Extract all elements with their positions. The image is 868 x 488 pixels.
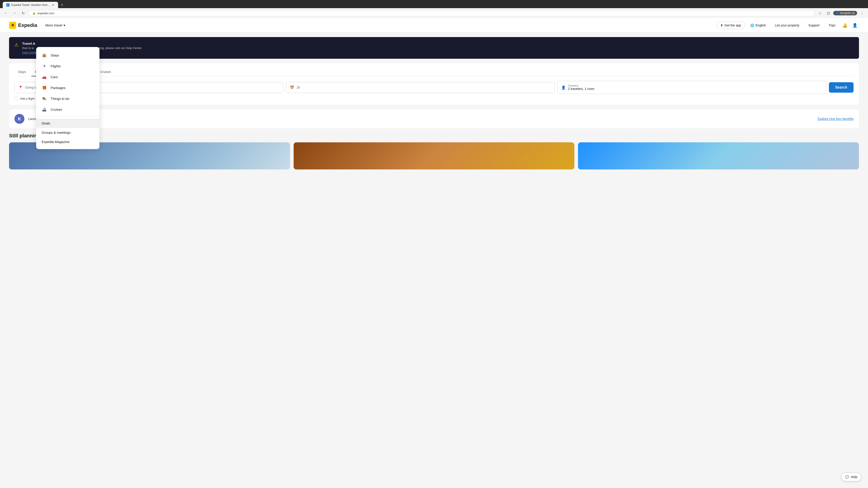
page-content: ⚠ Travel A Due to w If you need assistan… <box>0 33 868 174</box>
menu-item-cruises[interactable]: 🚢 Cruises <box>36 104 99 115</box>
alert-title: Travel A <box>22 41 854 45</box>
new-tab-button[interactable]: + <box>59 2 65 8</box>
menu-item-packages[interactable]: 🎁 Packages <box>36 82 99 93</box>
tab-close-button[interactable]: ✕ <box>52 3 55 7</box>
more-travel-button[interactable]: More travel ▾ <box>42 22 68 29</box>
tab-title: Expedia Travel: Vacation Hom... <box>11 3 50 6</box>
menu-button[interactable]: ⋮ <box>859 10 865 16</box>
travelers-label: Travelers <box>568 84 822 87</box>
address-bar[interactable]: 🔒 expedia.com <box>29 10 815 16</box>
help-label: Help <box>851 475 857 479</box>
alert-text: Due to w If you need assistance with you… <box>22 46 854 50</box>
menu-divider <box>36 117 99 117</box>
cars-label: Cars <box>51 75 58 79</box>
chevron-down-icon: ▾ <box>64 23 65 27</box>
logo-text: Expedia <box>18 22 37 28</box>
plane-icon: ✈ <box>41 63 47 69</box>
date-field[interactable]: 📅 20 <box>286 82 555 93</box>
incognito-icon: 👤 <box>835 11 839 15</box>
more-travel-label: More travel <box>45 23 62 27</box>
menu-item-groups[interactable]: Groups & meetings <box>36 128 99 137</box>
menu-item-flights[interactable]: ✈ Flights <box>36 61 99 71</box>
building-icon: 🏨 <box>41 53 47 58</box>
support-label: Support <box>808 24 819 27</box>
search-tabs: Stays Cars Packages Things to do Cruises <box>14 68 854 76</box>
groups-label: Groups & meetings <box>41 131 70 134</box>
package-icon: 🎁 <box>41 85 47 90</box>
menu-item-deals[interactable]: Deals <box>36 119 99 128</box>
browser-actions: ☆ ⊡ 👤 Incognito (2) ⋮ <box>817 10 865 16</box>
cruises-label: Cruises <box>51 107 62 111</box>
trips-button[interactable]: Trips <box>825 22 839 29</box>
warning-icon: ⚠ <box>14 42 19 47</box>
avatar: K <box>14 114 24 124</box>
get-app-button[interactable]: ⬇ Get the app <box>717 22 745 29</box>
search-row: 📍 Going to 📅 20 👤 Travelers 2 travelers,… <box>14 81 854 94</box>
lock-icon: 🔒 <box>32 11 36 15</box>
support-button[interactable]: Support <box>805 22 823 29</box>
account-button[interactable]: 👤 <box>851 21 859 29</box>
refresh-button[interactable]: ↻ <box>20 10 26 16</box>
search-button[interactable]: Search <box>829 82 854 93</box>
trip-card-2[interactable] <box>293 142 575 169</box>
active-tab[interactable]: E Expedia Travel: Vacation Hom... ✕ <box>3 2 58 8</box>
forward-button[interactable]: → <box>11 10 18 16</box>
list-property-button[interactable]: List your property <box>771 22 803 29</box>
person-icon: 👤 <box>561 86 566 90</box>
notifications-button[interactable]: 🔔 <box>841 21 849 29</box>
tab-stays[interactable]: Stays <box>14 68 30 76</box>
alert-banner: ⚠ Travel A Due to w If you need assistan… <box>9 37 859 59</box>
card-bg-ocean <box>578 142 859 169</box>
search-options: Add a flight <box>14 97 854 100</box>
incognito-badge: 👤 Incognito (2) <box>833 11 857 15</box>
bookmark-button[interactable]: ☆ <box>817 10 823 16</box>
download-icon: ⬇ <box>720 24 723 27</box>
menu-item-stays[interactable]: 🏨 Stays <box>36 50 99 61</box>
packages-label: Packages <box>51 86 66 90</box>
user-text: Lauren, yo you make. Get started! <box>28 117 814 121</box>
planning-section: Still planning your trip? <box>9 133 859 169</box>
add-flight-label: Add a flight <box>20 97 35 100</box>
menu-item-things-to-do[interactable]: 🎭 Things to do <box>36 93 99 104</box>
stays-label: Stays <box>51 53 59 57</box>
help-center-link[interactable]: Help Center <box>22 51 38 54</box>
magazine-label: Expedia Magazine <box>41 140 69 144</box>
list-property-label: List your property <box>775 24 799 27</box>
trips-label: Trips <box>829 24 835 27</box>
menu-item-magazine[interactable]: Expedia Magazine <box>36 137 99 147</box>
back-button[interactable]: ← <box>3 10 9 16</box>
more-travel-dropdown: 🏨 Stays ✈ Flights 🚗 Cars 🎁 Packages 🎭 Th… <box>36 47 99 149</box>
expedia-logo[interactable]: ✈ Expedia <box>9 22 37 29</box>
header-right: ⬇ Get the app 🌐 English List your proper… <box>717 21 859 29</box>
things-to-do-label: Things to do <box>51 97 69 101</box>
date-value: 20 <box>297 86 300 89</box>
english-button[interactable]: 🌐 English <box>747 22 770 29</box>
location-icon: 📍 <box>18 86 23 90</box>
flights-label: Flights <box>51 64 61 68</box>
browser-nav: ← → ↻ 🔒 expedia.com ☆ ⊡ 👤 Incognito (2) … <box>0 8 868 18</box>
deals-label: Deals <box>41 121 50 125</box>
add-flight-option[interactable]: Add a flight <box>14 97 35 100</box>
activities-icon: 🎭 <box>41 96 47 101</box>
incognito-label: Incognito (2) <box>840 11 855 15</box>
trip-card-3[interactable] <box>578 142 859 169</box>
tab-bar: E Expedia Travel: Vacation Hom... ✕ + <box>3 2 865 8</box>
split-view-button[interactable]: ⊡ <box>825 10 831 16</box>
travelers-field[interactable]: 👤 Travelers 2 travelers, 1 room <box>557 81 826 94</box>
get-app-label: Get the app <box>724 24 741 27</box>
add-flight-checkbox[interactable] <box>14 97 18 100</box>
card-bg-desert <box>293 142 575 169</box>
browser-chrome: E Expedia Travel: Vacation Hom... ✕ + <box>0 0 868 8</box>
search-section: Stays Cars Packages Things to do Cruises… <box>9 63 859 105</box>
logo-icon: ✈ <box>9 22 16 29</box>
english-label: English <box>755 24 766 27</box>
going-to-label: Going to <box>25 86 37 89</box>
explore-benefits-link[interactable]: Explore One Key benefits <box>817 117 854 121</box>
menu-item-cars[interactable]: 🚗 Cars <box>36 71 99 82</box>
help-button[interactable]: 💬 Help <box>841 473 861 481</box>
expedia-header: ✈ Expedia More travel ▾ ⬇ Get the app 🌐 … <box>0 18 868 33</box>
header-left: ✈ Expedia More travel ▾ <box>9 22 68 29</box>
help-chat-icon: 💬 <box>845 475 849 479</box>
travelers-content: Travelers 2 travelers, 1 room <box>568 84 822 91</box>
user-banner: K Lauren, yo you make. Get started! Expl… <box>9 109 859 128</box>
